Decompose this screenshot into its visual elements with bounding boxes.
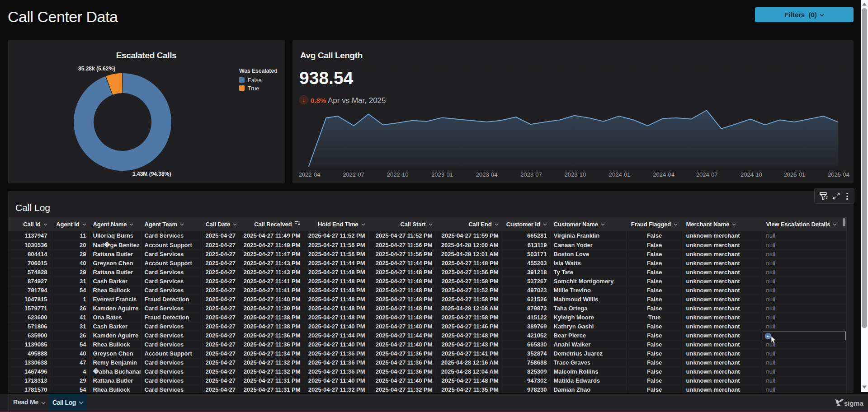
- svg-text:7: 7: [826, 196, 828, 200]
